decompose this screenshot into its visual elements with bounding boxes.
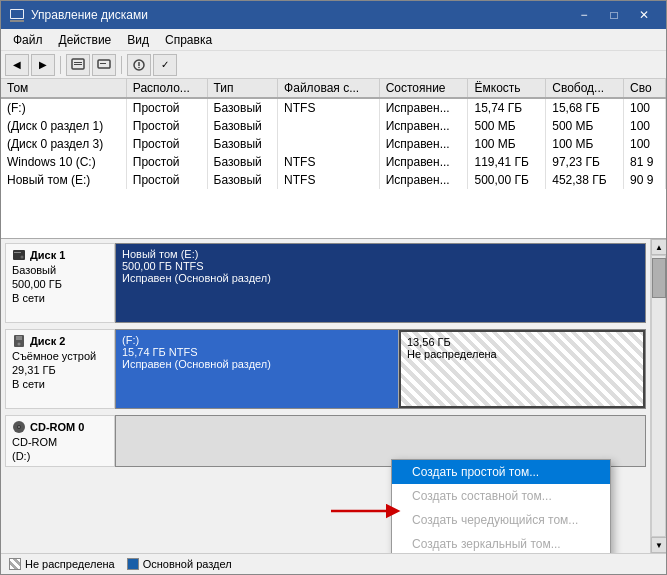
disk1-status: В сети bbox=[12, 292, 108, 304]
col-header-tip[interactable]: Тип bbox=[207, 79, 278, 98]
disk2-status: В сети bbox=[12, 378, 108, 390]
toolbar-btn-3[interactable] bbox=[127, 54, 151, 76]
menu-help[interactable]: Справка bbox=[157, 31, 220, 49]
menu-view[interactable]: Вид bbox=[119, 31, 157, 49]
table-cell: 15,68 ГБ bbox=[546, 98, 624, 117]
menu-action[interactable]: Действие bbox=[51, 31, 120, 49]
table-cell: 452,38 ГБ bbox=[546, 171, 624, 189]
table-row[interactable]: Windows 10 (C:)ПростойБазовыйNTFSИсправе… bbox=[1, 153, 666, 171]
disk-area[interactable]: Диск 1 Базовый 500,00 ГБ В сети Новый то… bbox=[1, 239, 650, 553]
col-header-free-pct[interactable]: Сво bbox=[624, 79, 666, 98]
legend-unallocated-label: Не распределена bbox=[25, 558, 115, 570]
table-cell: (F:) bbox=[1, 98, 126, 117]
scroll-up-arrow[interactable]: ▲ bbox=[651, 239, 666, 255]
maximize-button[interactable]: □ bbox=[600, 5, 628, 25]
col-header-tom[interactable]: Том bbox=[1, 79, 126, 98]
title-bar: Управление дисками − □ ✕ bbox=[1, 1, 666, 29]
cdrom-drive: (D:) bbox=[12, 450, 108, 462]
cdrom-name: CD-ROM 0 bbox=[30, 421, 84, 433]
legend-unallocated: Не распределена bbox=[9, 558, 115, 570]
disk1-size: 500,00 ГБ bbox=[12, 278, 108, 290]
legend-solid-box bbox=[127, 558, 139, 570]
table-cell: 500 МБ bbox=[546, 117, 624, 135]
ctx-create-composite[interactable]: Создать составной том... bbox=[392, 484, 610, 508]
disk2-part2-status: Не распределена bbox=[407, 348, 637, 360]
disk2-size: 29,31 ГБ bbox=[12, 364, 108, 376]
col-header-free[interactable]: Свобод... bbox=[546, 79, 624, 98]
table-cell: Простой bbox=[126, 171, 207, 189]
table-cell: 15,74 ГБ bbox=[468, 98, 546, 117]
ctx-create-simple[interactable]: Создать простой том... bbox=[392, 460, 610, 484]
svg-point-16 bbox=[18, 343, 21, 346]
table-cell: Простой bbox=[126, 135, 207, 153]
disk2-icon-row: Диск 2 bbox=[12, 334, 108, 348]
table-cell: Базовый bbox=[207, 135, 278, 153]
table-cell: Простой bbox=[126, 153, 207, 171]
table-row[interactable]: (F:)ПростойБазовыйNTFSИсправен...15,74 Г… bbox=[1, 98, 666, 117]
table-cell: 119,41 ГБ bbox=[468, 153, 546, 171]
col-header-capacity[interactable]: Ёмкость bbox=[468, 79, 546, 98]
minimize-button[interactable]: − bbox=[570, 5, 598, 25]
toolbar-btn-4[interactable]: ✓ bbox=[153, 54, 177, 76]
table-cell: (Диск 0 раздел 3) bbox=[1, 135, 126, 153]
table-cell: (Диск 0 раздел 1) bbox=[1, 117, 126, 135]
disk2-row: Диск 2 Съёмное устрой 29,31 ГБ В сети (F… bbox=[5, 329, 646, 409]
bottom-section: Диск 1 Базовый 500,00 ГБ В сети Новый то… bbox=[1, 239, 666, 553]
context-menu: Создать простой том... Создать составной… bbox=[391, 459, 611, 553]
disk-table: Том Располо... Тип Файловая с... Состоян… bbox=[1, 79, 666, 189]
table-cell: Базовый bbox=[207, 117, 278, 135]
menu-bar: Файл Действие Вид Справка bbox=[1, 29, 666, 51]
table-cell: 500 МБ bbox=[468, 117, 546, 135]
col-header-state[interactable]: Состояние bbox=[379, 79, 468, 98]
back-button[interactable]: ◀ bbox=[5, 54, 29, 76]
toolbar-separator-1 bbox=[60, 56, 61, 74]
table-cell: NTFS bbox=[278, 171, 380, 189]
title-bar-controls: − □ ✕ bbox=[570, 5, 658, 25]
table-cell: Простой bbox=[126, 98, 207, 117]
toolbar-separator-2 bbox=[121, 56, 122, 74]
svg-rect-4 bbox=[74, 62, 82, 63]
table-cell bbox=[278, 117, 380, 135]
table-cell: 100 bbox=[624, 135, 666, 153]
disk1-partition1[interactable]: Новый том (E:) 500,00 ГБ NTFS Исправен (… bbox=[116, 244, 645, 322]
toolbar-btn-1[interactable] bbox=[66, 54, 90, 76]
toolbar: ◀ ▶ ✓ bbox=[1, 51, 666, 79]
close-button[interactable]: ✕ bbox=[630, 5, 658, 25]
scroll-down-arrow[interactable]: ▼ bbox=[651, 537, 666, 553]
disk2-type: Съёмное устрой bbox=[12, 350, 108, 362]
table-row[interactable]: Новый том (E:)ПростойБазовыйNTFSИсправен… bbox=[1, 171, 666, 189]
scroll-track-vertical[interactable] bbox=[651, 255, 666, 537]
table-cell: 97,23 ГБ bbox=[546, 153, 624, 171]
scroll-thumb-vertical[interactable] bbox=[652, 258, 666, 298]
table-cell: 100 bbox=[624, 98, 666, 117]
table-scroll[interactable]: Том Располо... Тип Файловая с... Состоян… bbox=[1, 79, 666, 238]
forward-button[interactable]: ▶ bbox=[31, 54, 55, 76]
disk2-partition1[interactable]: (F:) 15,74 ГБ NTFS Исправен (Основной ра… bbox=[116, 330, 399, 408]
cdrom-label: CD-ROM 0 CD-ROM (D:) bbox=[5, 415, 115, 467]
disk2-partition2-unallocated[interactable]: 13,56 ГБ Не распределена bbox=[399, 330, 645, 408]
table-cell: 81 9 bbox=[624, 153, 666, 171]
svg-rect-1 bbox=[11, 10, 23, 18]
table-cell bbox=[278, 135, 380, 153]
disk1-row: Диск 1 Базовый 500,00 ГБ В сети Новый то… bbox=[5, 243, 646, 323]
svg-rect-13 bbox=[14, 252, 21, 253]
disk1-type: Базовый bbox=[12, 264, 108, 276]
ctx-create-mirror[interactable]: Создать зеркальный том... bbox=[392, 532, 610, 553]
table-row[interactable]: (Диск 0 раздел 1)ПростойБазовыйИсправен.… bbox=[1, 117, 666, 135]
cdrom-icon-row: CD-ROM 0 bbox=[12, 420, 108, 434]
svg-rect-5 bbox=[74, 64, 82, 65]
menu-file[interactable]: Файл bbox=[5, 31, 51, 49]
table-row[interactable]: (Диск 0 раздел 3)ПростойБазовыйИсправен.… bbox=[1, 135, 666, 153]
table-cell: Windows 10 (C:) bbox=[1, 153, 126, 171]
disk1-part1-status: Исправен (Основной раздел) bbox=[122, 272, 639, 284]
toolbar-btn-2[interactable] bbox=[92, 54, 116, 76]
right-scrollbar[interactable]: ▲ ▼ bbox=[650, 239, 666, 553]
disk1-part1-name: Новый том (E:) bbox=[122, 248, 639, 260]
col-header-raspolozhenie[interactable]: Располо... bbox=[126, 79, 207, 98]
disk2-label: Диск 2 Съёмное устрой 29,31 ГБ В сети bbox=[5, 329, 115, 409]
disk-hdd-icon bbox=[12, 248, 26, 262]
disk1-part1-fs: 500,00 ГБ NTFS bbox=[122, 260, 639, 272]
table-cell: Базовый bbox=[207, 171, 278, 189]
col-header-fs[interactable]: Файловая с... bbox=[278, 79, 380, 98]
ctx-create-striped[interactable]: Создать чередующийся том... bbox=[392, 508, 610, 532]
